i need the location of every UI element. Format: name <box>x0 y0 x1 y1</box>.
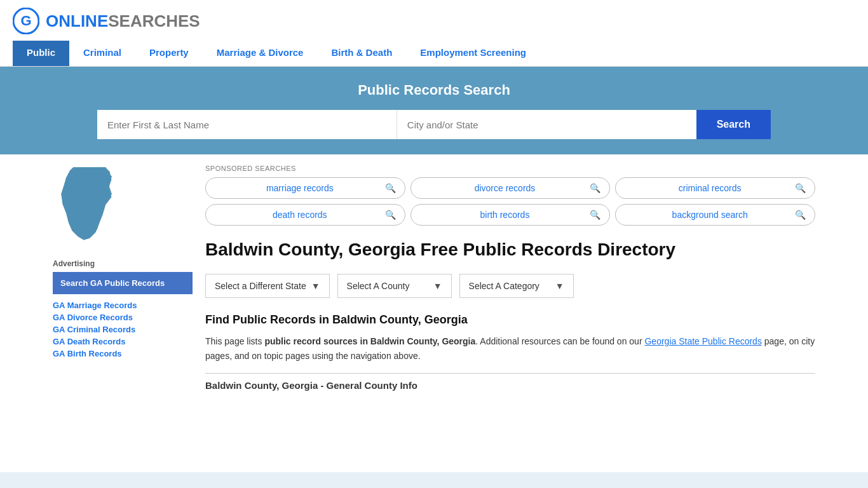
find-records-title: Find Public Records in Baldwin County, G… <box>205 313 815 327</box>
location-input[interactable] <box>397 110 696 139</box>
state-map <box>53 165 193 249</box>
sidebar-link-ga-divorce-records[interactable]: GA Divorce Records <box>53 313 193 322</box>
page-title: Baldwin County, Georgia Free Public Reco… <box>205 238 675 261</box>
county-info-title: Baldwin County, Georgia - General County… <box>205 380 815 391</box>
county-dropdown-arrow: ▼ <box>433 281 442 291</box>
find-text-pre: This page lists <box>205 336 264 346</box>
nav-item-criminal[interactable]: Criminal <box>69 41 135 66</box>
pill-divorce-records[interactable]: divorce records🔍 <box>410 177 611 199</box>
search-button[interactable]: Search <box>696 110 771 139</box>
find-records-text: This page lists public record sources in… <box>205 334 815 363</box>
nav-item-birth---death[interactable]: Birth & Death <box>317 41 406 66</box>
search-pills: marriage records🔍divorce records🔍crimina… <box>205 177 815 226</box>
sidebar-ad-box[interactable]: Search GA Public Records <box>53 272 193 294</box>
search-icon: 🔍 <box>795 183 806 193</box>
sponsored-label: SPONSORED SEARCHES <box>205 165 815 172</box>
pill-text: divorce records <box>420 183 590 193</box>
georgia-map <box>53 165 129 247</box>
svg-text:G: G <box>20 13 31 29</box>
find-text-bold: public record sources in Baldwin County,… <box>264 336 475 346</box>
sidebar-link-ga-death-records[interactable]: GA Death Records <box>53 337 193 346</box>
sidebar-links: GA Marriage RecordsGA Divorce RecordsGA … <box>53 301 193 358</box>
nav-item-property[interactable]: Property <box>135 41 203 66</box>
name-input[interactable] <box>97 110 397 139</box>
page-title-text: Baldwin County, Georgia Free Public Reco… <box>205 238 675 261</box>
nav-item-employment-screening[interactable]: Employment Screening <box>406 41 540 66</box>
pill-text: birth records <box>420 210 590 220</box>
search-icon: 🔍 <box>590 183 600 193</box>
main-nav: PublicCriminalPropertyMarriage & Divorce… <box>13 41 855 66</box>
search-icon: 🔍 <box>590 210 600 220</box>
divider <box>205 373 815 374</box>
page-title-section: Baldwin County, Georgia Free Public Reco… <box>205 238 815 261</box>
pill-criminal-records[interactable]: criminal records🔍 <box>615 177 815 199</box>
find-text-mid: . Additional resources can be found on o… <box>475 336 644 346</box>
nav-item-marriage---divorce[interactable]: Marriage & Divorce <box>203 41 318 66</box>
svg-marker-3 <box>62 168 112 240</box>
category-dropdown-arrow: ▼ <box>555 281 564 291</box>
search-bar: Search <box>97 110 771 139</box>
state-dropdown[interactable]: Select a Different State ▼ <box>205 274 330 298</box>
pill-background-search[interactable]: background search🔍 <box>615 204 815 226</box>
state-dropdown-label: Select a Different State <box>215 281 306 291</box>
nav-item-public[interactable]: Public <box>13 41 69 66</box>
logo-icon: G <box>13 8 39 34</box>
logo-text: ONLINESEARCHES <box>46 11 200 31</box>
county-dropdown[interactable]: Select A County ▼ <box>337 274 452 298</box>
logo-area: G ONLINESEARCHES <box>13 8 855 34</box>
pill-text: criminal records <box>625 183 795 193</box>
sidebar-link-ga-birth-records[interactable]: GA Birth Records <box>53 349 193 358</box>
state-dropdown-arrow: ▼ <box>311 281 320 291</box>
sidebar: Advertising Search GA Public Records GA … <box>53 165 193 391</box>
county-dropdown-label: Select A County <box>347 281 410 291</box>
content-wrapper: Advertising Search GA Public Records GA … <box>0 154 868 472</box>
main-container: Advertising Search GA Public Records GA … <box>40 154 828 401</box>
main-content: SPONSORED SEARCHES marriage records🔍divo… <box>205 165 815 391</box>
search-icon: 🔍 <box>795 210 806 220</box>
dropdowns-row: Select a Different State ▼ Select A Coun… <box>205 274 815 298</box>
header: G ONLINESEARCHES PublicCriminalPropertyM… <box>0 0 868 67</box>
pill-text: death records <box>215 210 385 220</box>
search-icon: 🔍 <box>385 210 396 220</box>
pill-text: marriage records <box>215 183 385 193</box>
pill-birth-records[interactable]: birth records🔍 <box>410 204 611 226</box>
find-records-link[interactable]: Georgia State Public Records <box>644 336 761 346</box>
category-dropdown-label: Select A Category <box>469 281 539 291</box>
sidebar-ad-label: Advertising <box>53 259 193 268</box>
hero-title: Public Records Search <box>13 82 855 98</box>
category-dropdown[interactable]: Select A Category ▼ <box>459 274 574 298</box>
pill-marriage-records[interactable]: marriage records🔍 <box>205 177 405 199</box>
search-icon: 🔍 <box>385 183 396 193</box>
sidebar-link-ga-criminal-records[interactable]: GA Criminal Records <box>53 325 193 334</box>
logo-searches: SEARCHES <box>108 11 200 30</box>
logo-online: ONLINE <box>46 11 108 30</box>
sidebar-link-ga-marriage-records[interactable]: GA Marriage Records <box>53 301 193 310</box>
hero-section: Public Records Search Search <box>0 67 868 154</box>
pill-text: background search <box>625 210 795 220</box>
pill-death-records[interactable]: death records🔍 <box>205 204 405 226</box>
